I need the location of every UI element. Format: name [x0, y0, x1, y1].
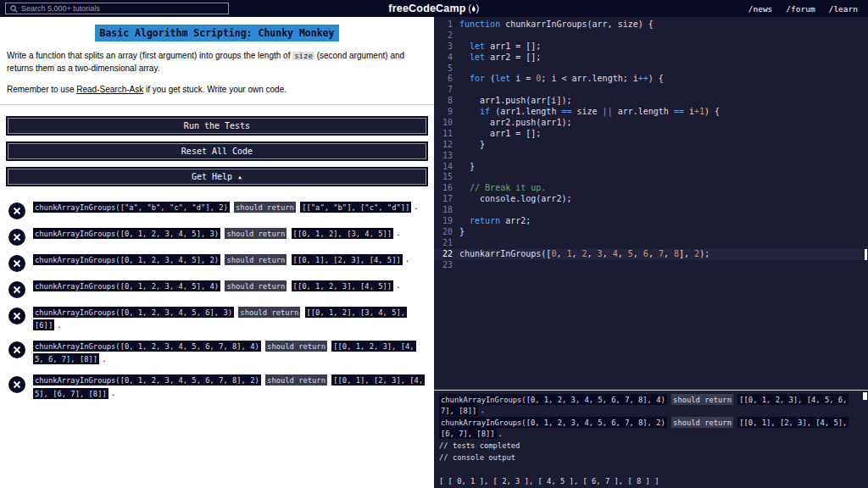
code-editor[interactable]: 1function chunkarrInGroups(arr, size) {2… [434, 17, 868, 390]
fail-x-icon [8, 255, 25, 272]
line-number: 11 [434, 129, 459, 140]
code-line: 14 } [434, 162, 868, 173]
code-line: 1function chunkarrInGroups(arr, size) { [434, 19, 868, 30]
fail-x-icon [8, 202, 25, 219]
line-number: 15 [434, 172, 459, 183]
app: freeCodeCamp /news /forum /learn Basic A… [0, 0, 868, 488]
code-text: chunkarrInGroups([0, 1, 2, 3, 4, 5, 6, 7… [459, 249, 709, 260]
editor-panel: 1function chunkarrInGroups(arr, size) {2… [434, 17, 868, 488]
test-expected: [[0, 1, 2], [3, 4, 5]] [292, 228, 394, 239]
console-test-call: chunkArrayInGroups([0, 1, 2, 3, 4, 5, 6,… [439, 394, 667, 405]
get-help-button[interactable]: Get Help ▴ [6, 167, 428, 186]
line-number: 20 [434, 227, 459, 238]
test-expected: [[0, 1], [2, 3], [4, 5]] [292, 254, 403, 265]
code-line: 6 for (let i = 0; i < arr.length; i++) { [434, 74, 868, 85]
freecodecamp-logo[interactable]: freeCodeCamp [388, 3, 479, 14]
reset-code-button[interactable]: Reset All Code [6, 141, 428, 161]
code-line: 5 [434, 64, 868, 75]
code-text: for (let i = 0; i < arr.length; i++) { [459, 74, 664, 85]
code-text: return arr2; [459, 216, 531, 227]
nav-link-news[interactable]: /news [748, 4, 773, 14]
challenge-hint: Remember to use Read-Search-Ask if you g… [7, 85, 427, 94]
code-line: 11 arr1 = []; [434, 129, 868, 140]
line-number: 21 [434, 238, 459, 249]
code-text: } [459, 140, 485, 151]
test-middle: should return [225, 280, 287, 291]
test-period: . [396, 281, 400, 290]
test-period: . [396, 229, 400, 237]
line-number: 16 [434, 183, 459, 194]
fail-x-icon [8, 281, 25, 298]
console-line [439, 464, 863, 475]
run-tests-button[interactable]: Run the Tests [6, 116, 428, 136]
code-text: } [459, 162, 475, 173]
test-row: chunkArrayInGroups([0, 1, 2, 3, 4, 5, 6,… [8, 374, 427, 401]
challenge-panel: Basic Algorithm Scripting: Chunky Monkey… [0, 17, 434, 488]
line-number: 17 [434, 194, 459, 205]
line-number: 23 [434, 260, 459, 271]
console-test-middle: should return [671, 417, 733, 428]
inline-code-size: size [292, 52, 314, 60]
hint-text-pre: Remember to use [7, 85, 76, 94]
divider [0, 104, 434, 105]
test-expected: [["a", "b"], ["c", "d"]] [300, 202, 411, 213]
fail-x-icon [8, 341, 25, 358]
test-period: . [414, 202, 418, 211]
code-text: let arr1 = []; [459, 42, 541, 53]
search-input[interactable] [21, 4, 224, 13]
test-middle: should return [265, 374, 327, 385]
test-middle: should return [238, 307, 300, 318]
line-number: 19 [434, 216, 459, 227]
console-scrollbar-thumb[interactable] [863, 392, 867, 400]
line-number: 22 [434, 249, 459, 260]
test-row: chunkArrayInGroups([0, 1, 2, 3, 4, 5], 3… [8, 227, 427, 246]
test-period: . [57, 321, 61, 330]
test-description: chunkArrayInGroups([0, 1, 2, 3, 4, 5, 6,… [33, 374, 427, 401]
code-line: 13 [434, 151, 868, 162]
challenge-description: Write a function that splits an array (f… [7, 50, 427, 75]
console-line: [ [ 0, 1 ], [ 2, 3 ], [ 4, 5 ], [ 6, 7 ]… [439, 476, 863, 487]
test-description: chunkArrayInGroups([0, 1, 2, 3, 4, 5], 4… [33, 280, 400, 293]
search-box[interactable] [5, 3, 229, 14]
code-text: function chunkarrInGroups(arr, size) { [459, 19, 654, 30]
test-description: chunkArrayInGroups([0, 1, 2, 3, 4, 5], 2… [33, 253, 409, 267]
test-period: . [405, 255, 409, 263]
code-line: 17 console.log(arr2); [434, 194, 868, 205]
line-number: 10 [434, 118, 459, 129]
test-description: chunkArrayInGroups(["a", "b", "c", "d"],… [33, 201, 419, 214]
test-row: chunkArrayInGroups([0, 1, 2, 3, 4, 5], 2… [8, 253, 427, 272]
test-description: chunkArrayInGroups([0, 1, 2, 3, 4, 5, 6,… [33, 340, 427, 366]
editor-scrollbar-thumb[interactable] [865, 249, 867, 260]
line-number: 7 [434, 85, 459, 96]
read-search-ask-link[interactable]: Read-Search-Ask [76, 85, 143, 94]
test-call: chunkArrayInGroups([0, 1, 2, 3, 4, 5, 6,… [33, 374, 261, 385]
code-line: 20} [434, 227, 868, 238]
console-test-call: chunkArrayInGroups([0, 1, 2, 3, 4, 5, 6,… [439, 417, 667, 428]
line-number: 9 [434, 107, 459, 118]
test-call: chunkArrayInGroups([0, 1, 2, 3, 4, 5, 6,… [33, 341, 261, 352]
nav-link-forum[interactable]: /forum [786, 4, 815, 14]
line-number: 1 [434, 19, 459, 30]
line-number: 13 [434, 151, 459, 162]
console-lines: chunkArrayInGroups([0, 1, 2, 3, 4, 5, 6,… [439, 394, 863, 488]
fail-x-icon [8, 376, 25, 393]
code-text: arr2.push(arr1); [459, 118, 571, 129]
console-panel: chunkArrayInGroups([0, 1, 2, 3, 4, 5, 6,… [434, 390, 868, 488]
line-number: 3 [434, 42, 459, 53]
code-line: 21 [434, 238, 868, 249]
test-description: chunkArrayInGroups([0, 1, 2, 3, 4, 5, 6]… [33, 306, 427, 332]
test-call: chunkArrayInGroups([0, 1, 2, 3, 4, 5], 2… [33, 254, 220, 265]
test-period: . [102, 355, 106, 363]
code-line: 18 [434, 205, 868, 216]
console-test-period: . [498, 430, 503, 438]
code-line: 8 arr1.push(arr[i]); [434, 96, 868, 107]
code-text: if (arr1.length == size || arr.length ==… [459, 107, 720, 118]
test-call: chunkArrayInGroups([0, 1, 2, 3, 4, 5, 6]… [33, 307, 234, 318]
test-call: chunkArrayInGroups([0, 1, 2, 3, 4, 5], 4… [33, 280, 220, 291]
code-line: 3 let arr1 = []; [434, 42, 868, 53]
nav-link-learn[interactable]: /learn [829, 4, 858, 14]
editor-lines: 1function chunkarrInGroups(arr, size) {2… [434, 19, 868, 270]
title-wrap: Basic Algorithm Scripting: Chunky Monkey [0, 25, 434, 42]
line-number: 2 [434, 30, 459, 42]
fail-x-icon [8, 229, 25, 246]
